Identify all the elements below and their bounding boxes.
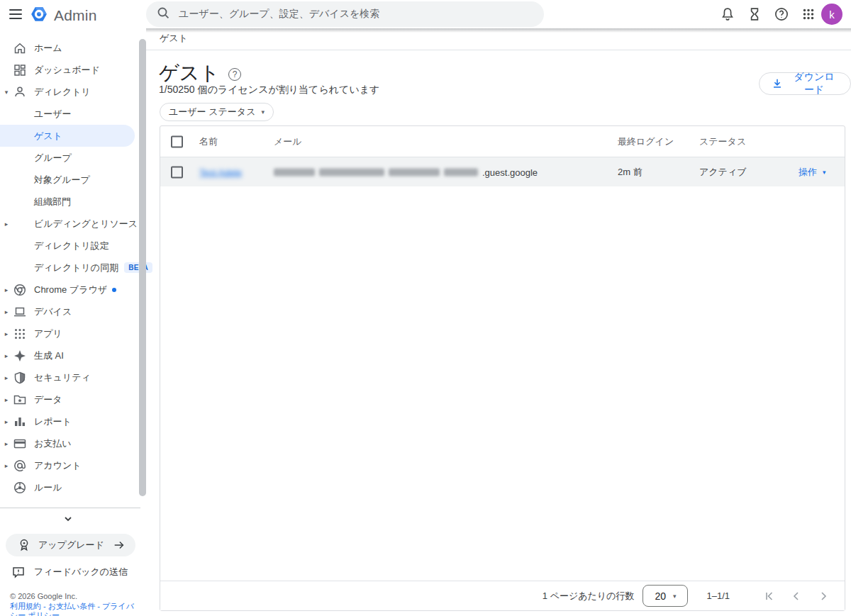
sidebar-item-users[interactable]: ユーザー <box>0 103 140 125</box>
caret-right-icon[interactable]: ▸ <box>1 396 11 403</box>
caret-down-icon[interactable]: ▾ <box>1 89 11 96</box>
caret-right-icon[interactable]: ▸ <box>1 462 11 469</box>
sidebar-item-buildings-resources[interactable]: ▸ビルディングとリソース <box>0 213 140 235</box>
caret-right-icon[interactable]: ▸ <box>1 374 11 381</box>
license-summary: 1/50250 個のライセンスが割り当てられています <box>159 84 379 96</box>
rows-per-page-select[interactable]: 20 ▾ <box>643 585 688 607</box>
row-checkbox[interactable] <box>171 166 183 178</box>
chevron-down-icon: ▾ <box>261 108 265 116</box>
sidebar-item-label: ユーザー <box>34 108 72 121</box>
appbar-shadow <box>146 28 851 33</box>
home-icon <box>11 41 28 55</box>
last-login-value: 2m 前 <box>618 166 643 179</box>
first-page-icon[interactable] <box>761 588 778 605</box>
sidebar-item-target-groups[interactable]: 対象グループ <box>0 169 140 191</box>
sidebar-item-label: アカウント <box>34 459 82 472</box>
pagination-range: 1–1/1 <box>706 590 730 601</box>
sidebar-item-home[interactable]: ホーム <box>0 37 140 59</box>
page-help-icon[interactable]: ? <box>228 68 241 81</box>
feedback-label: フィードバックの送信 <box>34 566 128 578</box>
reports-icon <box>11 415 28 429</box>
sidebar-item-apps[interactable]: ▸アプリ <box>0 323 140 345</box>
previous-page-icon[interactable] <box>788 588 805 605</box>
sidebar-nav: ホームダッシュボード▾ディレクトリユーザーゲストグループ対象グループ組織部門▸ビ… <box>0 37 140 498</box>
sidebar-item-chrome-browser[interactable]: ▸Chrome ブラウザ <box>0 279 140 301</box>
guest-name-link[interactable]: Test Adele <box>199 167 242 177</box>
notifications-bell-icon[interactable] <box>719 6 736 23</box>
column-header-status[interactable]: ステータス <box>699 135 746 148</box>
status-value: アクティブ <box>699 166 747 179</box>
sidebar-collapse-chevron-icon[interactable] <box>60 513 77 525</box>
column-header-email[interactable]: メール <box>274 135 302 148</box>
legal-link[interactable]: お支払い条件 <box>48 602 96 610</box>
caret-right-icon[interactable]: ▸ <box>1 352 11 359</box>
sidebar-item-label: データ <box>34 393 62 406</box>
sidebar-footer: © 2026 Google Inc. 利用規約 - お支払い条件 - プライバシ… <box>10 592 135 616</box>
sidebar-item-label: セキュリティ <box>34 371 91 384</box>
download-icon <box>771 77 784 90</box>
table-row[interactable]: Test Adele .guest.google 2m 前 アクティブ 操作 ▾ <box>160 157 845 186</box>
sidebar-item-label: ダッシュボード <box>34 64 100 77</box>
sidebar-item-gen-ai[interactable]: ▸生成 AI <box>0 345 140 366</box>
table-header-row: 名前 メール 最終ログイン ステータス <box>160 126 845 157</box>
caret-right-icon[interactable]: ▸ <box>1 330 11 337</box>
feedback-icon <box>10 565 27 579</box>
caret-right-icon[interactable]: ▸ <box>1 418 11 425</box>
sidebar-item-directory-sync[interactable]: ディレクトリの同期BETA <box>0 257 140 279</box>
tasks-hourglass-icon[interactable] <box>746 6 763 23</box>
account-avatar[interactable]: k <box>821 4 842 25</box>
main-menu-icon[interactable] <box>7 6 24 23</box>
google-admin-logo[interactable]: Admin <box>30 5 97 26</box>
search-icon <box>156 6 170 23</box>
sidebar-divider <box>0 508 140 508</box>
caret-right-icon[interactable]: ▸ <box>1 308 11 315</box>
sidebar-item-groups[interactable]: グループ <box>0 147 140 169</box>
next-page-icon[interactable] <box>815 588 832 605</box>
account-icon <box>11 459 28 473</box>
guest-email-visible: .guest.google <box>482 167 538 177</box>
sidebar-item-dashboard[interactable]: ダッシュボード <box>0 59 140 81</box>
user-status-filter[interactable]: ユーザー ステータス ▾ <box>160 103 274 121</box>
download-button[interactable]: ダウンロード <box>759 72 851 95</box>
row-actions-menu[interactable]: 操作 ▾ <box>799 166 826 179</box>
sidebar-item-label: アプリ <box>34 327 62 340</box>
sidebar-item-guests[interactable]: ゲスト <box>0 125 135 147</box>
legal-links: 利用規約 - お支払い条件 - プライバシー ポリシー <box>10 602 135 616</box>
chrome-icon <box>11 283 28 297</box>
copyright: © 2026 Google Inc. <box>10 592 135 600</box>
sidebar-item-label: 対象グループ <box>34 174 90 186</box>
column-header-last-login[interactable]: 最終ログイン <box>618 135 674 148</box>
filter-label: ユーザー ステータス <box>169 106 255 118</box>
sidebar-item-label: 生成 AI <box>34 349 64 362</box>
caret-right-icon[interactable]: ▸ <box>1 440 11 447</box>
sidebar-item-directory-settings[interactable]: ディレクトリ設定 <box>0 235 140 257</box>
breadcrumb: ゲスト <box>160 32 188 45</box>
legal-link[interactable]: 利用規約 <box>10 602 41 610</box>
rows-per-page-value: 20 <box>655 590 666 602</box>
apps-grid-icon[interactable] <box>800 6 817 23</box>
sidebar-item-devices[interactable]: ▸デバイス <box>0 301 140 323</box>
upgrade-label: アップグレード <box>38 539 113 551</box>
sidebar-item-rules[interactable]: ルール <box>0 476 140 498</box>
guests-table: 名前 メール 最終ログイン ステータス Test Adele .guest.go… <box>160 125 845 611</box>
sidebar-item-account[interactable]: ▸アカウント <box>0 454 140 476</box>
upgrade-button[interactable]: アップグレード <box>6 534 135 556</box>
send-feedback-button[interactable]: フィードバックの送信 <box>6 561 132 583</box>
sidebar-item-data[interactable]: ▸データ <box>0 388 140 410</box>
select-all-checkbox[interactable] <box>171 135 183 147</box>
caret-right-icon[interactable]: ▸ <box>1 220 11 228</box>
sidebar-item-billing[interactable]: ▸お支払い <box>0 432 140 454</box>
column-header-name[interactable]: 名前 <box>199 135 218 148</box>
help-icon[interactable] <box>773 6 790 23</box>
security-icon <box>11 371 28 385</box>
sidebar-item-security[interactable]: ▸セキュリティ <box>0 366 140 388</box>
sidebar-scrollbar[interactable] <box>139 39 146 496</box>
page-title: ゲスト <box>159 60 220 86</box>
google-admin-console: Admin ユーザー、グループ、設定、デバイスを検索 <box>0 0 851 616</box>
caret-right-icon[interactable]: ▸ <box>1 286 11 293</box>
sidebar-item-org-units[interactable]: 組織部門 <box>0 191 140 213</box>
sidebar-item-label: ビルディングとリソース <box>34 218 138 230</box>
search-input[interactable]: ユーザー、グループ、設定、デバイスを検索 <box>146 1 544 27</box>
sidebar-item-directory[interactable]: ▾ディレクトリ <box>0 81 140 103</box>
sidebar-item-reports[interactable]: ▸レポート <box>0 410 140 432</box>
